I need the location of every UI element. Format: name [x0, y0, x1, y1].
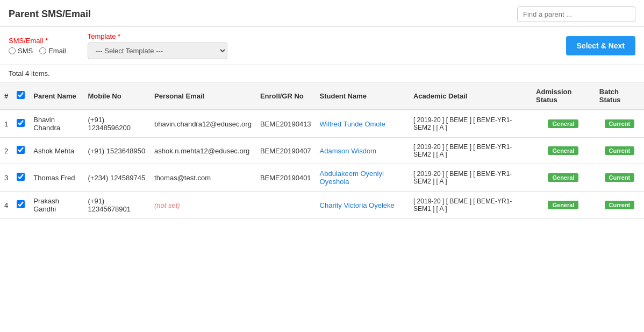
cell-enroll-gr-no: BEME20190401 — [256, 164, 316, 192]
student-link[interactable]: Wilfred Tunde Omole — [320, 120, 385, 128]
cell-checkbox[interactable] — [12, 192, 29, 219]
select-next-button[interactable]: Select & Next — [566, 36, 635, 55]
cell-num: 2 — [0, 138, 12, 164]
cell-student-name[interactable]: Wilfred Tunde Omole — [316, 110, 409, 138]
cell-mobile-no: (+91) 12348596200 — [83, 110, 150, 138]
cell-academic-detail: [ 2019-20 ] [ BEME ] [ BEME-YR1-SEM2 ] [… — [409, 164, 532, 192]
cell-parent-name: Ashok Mehta — [29, 138, 83, 164]
page-header: Parent SMS/Email — [0, 0, 644, 27]
parent-table: # Parent Name Mobile No Personal Email E… — [0, 82, 644, 219]
email-radio[interactable] — [39, 47, 46, 54]
cell-checkbox[interactable] — [12, 138, 29, 164]
cell-student-name[interactable]: Adamson Wisdom — [316, 138, 409, 164]
cell-checkbox[interactable] — [12, 110, 29, 138]
row-checkbox-3[interactable] — [17, 200, 25, 208]
cell-batch-status: Current — [595, 192, 644, 219]
select-all-checkbox[interactable] — [17, 91, 25, 99]
admission-status-badge: General — [548, 173, 578, 182]
student-link[interactable]: Abdulakeem Oyeniyi Oyeshola — [320, 169, 384, 186]
col-personal-email: Personal Email — [150, 82, 256, 110]
row-checkbox-0[interactable] — [17, 119, 25, 127]
col-admission-status: Admission Status — [532, 82, 595, 110]
cell-parent-name: Bhavin Chandra — [29, 110, 83, 138]
cell-admission-status: General — [532, 164, 595, 192]
col-num: # — [0, 82, 12, 110]
cell-personal-email: thomas@test.com — [150, 164, 256, 192]
template-label: Template * — [88, 32, 227, 40]
student-link[interactable]: Adamson Wisdom — [320, 147, 376, 155]
sms-email-group: SMS/Email * SMS Email — [9, 37, 66, 55]
sms-email-radio-group: SMS Email — [9, 47, 66, 55]
cell-enroll-gr-no: BEME20190413 — [256, 110, 316, 138]
table-row: 1 Bhavin Chandra (+91) 12348596200 bhavi… — [0, 110, 644, 138]
cell-student-name[interactable]: Abdulakeem Oyeniyi Oyeshola — [316, 164, 409, 192]
cell-academic-detail: [ 2019-20 ] [ BEME ] [ BEME-YR1-SEM2 ] [… — [409, 110, 532, 138]
table-header: # Parent Name Mobile No Personal Email E… — [0, 82, 644, 110]
cell-enroll-gr-no: BEME20190407 — [256, 138, 316, 164]
cell-num: 4 — [0, 192, 12, 219]
student-link[interactable]: Charity Victoria Oyeleke — [320, 201, 395, 209]
admission-status-badge: General — [548, 201, 578, 209]
cell-academic-detail: [ 2019-20 ] [ BEME ] [ BEME-YR1-SEM1 ] [… — [409, 192, 532, 219]
col-enroll-gr-no: Enroll/GR No — [256, 82, 316, 110]
template-select[interactable]: --- Select Template --- — [88, 43, 227, 59]
table-body: 1 Bhavin Chandra (+91) 12348596200 bhavi… — [0, 110, 644, 219]
cell-num: 1 — [0, 110, 12, 138]
cell-admission-status: General — [532, 138, 595, 164]
cell-checkbox[interactable] — [12, 164, 29, 192]
template-group: Template * --- Select Template --- — [88, 32, 227, 59]
row-checkbox-1[interactable] — [17, 146, 25, 154]
admission-status-badge: General — [548, 146, 578, 155]
cell-mobile-no: (+91) 1523648950 — [83, 138, 150, 164]
col-academic-detail: Academic Detail — [409, 82, 532, 110]
cell-mobile-no: (+91) 12345678901 — [83, 192, 150, 219]
table-header-row: # Parent Name Mobile No Personal Email E… — [0, 82, 644, 110]
cell-enroll-gr-no — [256, 192, 316, 219]
cell-parent-name: Thomas Fred — [29, 164, 83, 192]
cell-parent-name: Prakash Gandhi — [29, 192, 83, 219]
batch-status-badge: Current — [605, 173, 635, 182]
col-student-name: Student Name — [316, 82, 409, 110]
col-batch-status: Batch Status — [595, 82, 644, 110]
cell-personal-email: ashok.n.mehta12@edusec.org — [150, 138, 256, 164]
table-row: 3 Thomas Fred (+234) 124589745 thomas@te… — [0, 164, 644, 192]
batch-status-badge: Current — [605, 146, 635, 155]
cell-admission-status: General — [532, 192, 595, 219]
total-items: Total 4 items. — [0, 65, 644, 82]
batch-status-badge: Current — [605, 201, 635, 209]
table-row: 4 Prakash Gandhi (+91) 12345678901 (not … — [0, 192, 644, 219]
admission-status-badge: General — [548, 119, 578, 128]
cell-academic-detail: [ 2019-20 ] [ BEME ] [ BEME-YR1-SEM2 ] [… — [409, 138, 532, 164]
sms-email-label: SMS/Email * — [9, 37, 66, 45]
toolbar: SMS/Email * SMS Email Template * --- Sel… — [0, 27, 644, 65]
table-row: 2 Ashok Mehta (+91) 1523648950 ashok.n.m… — [0, 138, 644, 164]
batch-status-badge: Current — [605, 119, 635, 128]
sms-radio[interactable] — [9, 47, 16, 54]
sms-radio-label[interactable]: SMS — [9, 47, 33, 55]
cell-student-name[interactable]: Charity Victoria Oyeleke — [316, 192, 409, 219]
email-radio-label[interactable]: Email — [39, 47, 66, 55]
cell-batch-status: Current — [595, 110, 644, 138]
page-title: Parent SMS/Email — [9, 9, 91, 20]
col-parent-name: Parent Name — [29, 82, 83, 110]
cell-num: 3 — [0, 164, 12, 192]
cell-admission-status: General — [532, 110, 595, 138]
cell-batch-status: Current — [595, 138, 644, 164]
row-checkbox-2[interactable] — [17, 173, 25, 181]
cell-mobile-no: (+234) 124589745 — [83, 164, 150, 192]
cell-personal-email: (not set) — [150, 192, 256, 219]
find-parent-input[interactable] — [517, 6, 635, 22]
cell-personal-email: bhavin.chandra12@edusec.org — [150, 110, 256, 138]
cell-batch-status: Current — [595, 164, 644, 192]
col-mobile-no: Mobile No — [83, 82, 150, 110]
col-checkbox — [12, 82, 29, 110]
